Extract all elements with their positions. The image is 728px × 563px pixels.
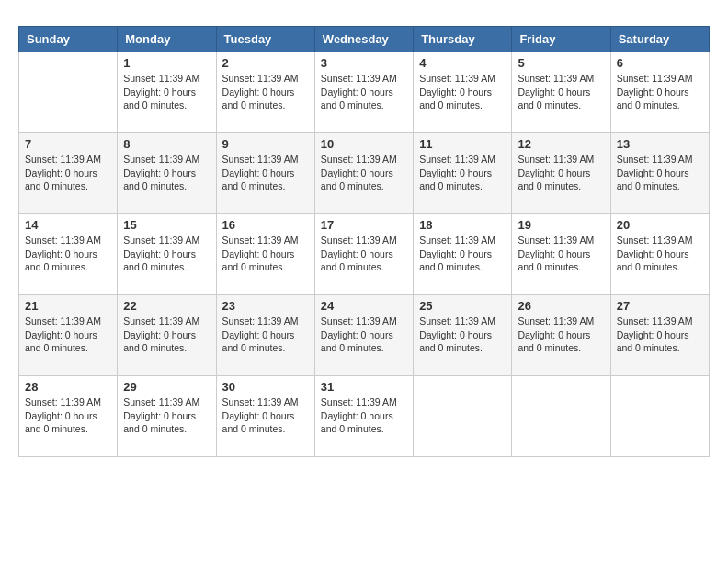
day-number: 30 — [222, 380, 309, 394]
day-info: Sunset: 11:39 AMDaylight: 0 hoursand 0 m… — [419, 234, 506, 274]
day-info: Sunset: 11:39 AMDaylight: 0 hoursand 0 m… — [518, 153, 604, 193]
day-info: Sunset: 11:39 AMDaylight: 0 hoursand 0 m… — [222, 234, 309, 274]
col-saturday: Saturday — [610, 27, 709, 52]
day-number: 6 — [617, 56, 703, 70]
calendar-cell: 31Sunset: 11:39 AMDaylight: 0 hoursand 0… — [314, 376, 413, 457]
day-number: 15 — [123, 218, 210, 232]
day-number: 8 — [123, 137, 210, 151]
day-number: 19 — [518, 218, 604, 232]
day-info: Sunset: 11:39 AMDaylight: 0 hoursand 0 m… — [617, 72, 703, 112]
day-info: Sunset: 11:39 AMDaylight: 0 hoursand 0 m… — [25, 153, 111, 193]
calendar-cell: 18Sunset: 11:39 AMDaylight: 0 hoursand 0… — [414, 214, 512, 295]
calendar-cell: 16Sunset: 11:39 AMDaylight: 0 hoursand 0… — [216, 214, 314, 295]
calendar-cell: 21Sunset: 11:39 AMDaylight: 0 hoursand 0… — [19, 295, 118, 376]
calendar-cell — [512, 376, 610, 457]
calendar-cell: 4Sunset: 11:39 AMDaylight: 0 hoursand 0 … — [414, 52, 512, 133]
day-info: Sunset: 11:39 AMDaylight: 0 hoursand 0 m… — [321, 234, 407, 274]
calendar-week-1: 7Sunset: 11:39 AMDaylight: 0 hoursand 0 … — [19, 133, 710, 214]
day-info: Sunset: 11:39 AMDaylight: 0 hoursand 0 m… — [123, 396, 210, 436]
day-info: Sunset: 11:39 AMDaylight: 0 hoursand 0 m… — [123, 153, 210, 193]
calendar-header-row: Sunday Monday Tuesday Wednesday Thursday… — [19, 27, 710, 52]
calendar-week-4: 28Sunset: 11:39 AMDaylight: 0 hoursand 0… — [19, 376, 710, 457]
calendar-cell: 23Sunset: 11:39 AMDaylight: 0 hoursand 0… — [216, 295, 314, 376]
calendar-cell: 7Sunset: 11:39 AMDaylight: 0 hoursand 0 … — [19, 133, 118, 214]
day-info: Sunset: 11:39 AMDaylight: 0 hoursand 0 m… — [123, 315, 210, 355]
day-number: 28 — [25, 380, 111, 394]
col-wednesday: Wednesday — [314, 27, 413, 52]
day-info: Sunset: 11:39 AMDaylight: 0 hoursand 0 m… — [25, 315, 111, 355]
calendar-cell: 22Sunset: 11:39 AMDaylight: 0 hoursand 0… — [118, 295, 216, 376]
calendar-week-2: 14Sunset: 11:39 AMDaylight: 0 hoursand 0… — [19, 214, 710, 295]
day-info: Sunset: 11:39 AMDaylight: 0 hoursand 0 m… — [321, 153, 407, 193]
day-number: 24 — [321, 299, 407, 313]
calendar-week-3: 21Sunset: 11:39 AMDaylight: 0 hoursand 0… — [19, 295, 710, 376]
day-info: Sunset: 11:39 AMDaylight: 0 hoursand 0 m… — [518, 72, 604, 112]
day-number: 13 — [617, 137, 703, 151]
calendar-cell: 20Sunset: 11:39 AMDaylight: 0 hoursand 0… — [610, 214, 709, 295]
day-info: Sunset: 11:39 AMDaylight: 0 hoursand 0 m… — [222, 315, 309, 355]
calendar: Sunday Monday Tuesday Wednesday Thursday… — [18, 26, 710, 457]
calendar-cell — [610, 376, 709, 457]
calendar-cell: 26Sunset: 11:39 AMDaylight: 0 hoursand 0… — [512, 295, 610, 376]
calendar-cell: 24Sunset: 11:39 AMDaylight: 0 hoursand 0… — [314, 295, 413, 376]
calendar-cell: 3Sunset: 11:39 AMDaylight: 0 hoursand 0 … — [314, 52, 413, 133]
day-info: Sunset: 11:39 AMDaylight: 0 hoursand 0 m… — [518, 234, 604, 274]
day-number: 1 — [123, 56, 210, 70]
col-monday: Monday — [118, 27, 216, 52]
calendar-cell: 25Sunset: 11:39 AMDaylight: 0 hoursand 0… — [414, 295, 512, 376]
calendar-cell: 10Sunset: 11:39 AMDaylight: 0 hoursand 0… — [314, 133, 413, 214]
day-info: Sunset: 11:39 AMDaylight: 0 hoursand 0 m… — [321, 315, 407, 355]
day-info: Sunset: 11:39 AMDaylight: 0 hoursand 0 m… — [518, 315, 604, 355]
day-number: 3 — [321, 56, 407, 70]
day-info: Sunset: 11:39 AMDaylight: 0 hoursand 0 m… — [222, 72, 309, 112]
day-number: 23 — [222, 299, 309, 313]
col-sunday: Sunday — [19, 27, 118, 52]
calendar-cell: 9Sunset: 11:39 AMDaylight: 0 hoursand 0 … — [216, 133, 314, 214]
col-tuesday: Tuesday — [216, 27, 314, 52]
day-info: Sunset: 11:39 AMDaylight: 0 hoursand 0 m… — [123, 234, 210, 274]
day-info: Sunset: 11:39 AMDaylight: 0 hoursand 0 m… — [321, 396, 407, 436]
calendar-cell: 28Sunset: 11:39 AMDaylight: 0 hoursand 0… — [19, 376, 118, 457]
col-friday: Friday — [512, 27, 610, 52]
calendar-cell: 17Sunset: 11:39 AMDaylight: 0 hoursand 0… — [314, 214, 413, 295]
calendar-week-0: 1Sunset: 11:39 AMDaylight: 0 hoursand 0 … — [19, 52, 710, 133]
day-number: 2 — [222, 56, 309, 70]
day-number: 18 — [419, 218, 506, 232]
calendar-cell: 2Sunset: 11:39 AMDaylight: 0 hoursand 0 … — [216, 52, 314, 133]
day-info: Sunset: 11:39 AMDaylight: 0 hoursand 0 m… — [617, 315, 703, 355]
calendar-cell: 1Sunset: 11:39 AMDaylight: 0 hoursand 0 … — [118, 52, 216, 133]
calendar-cell: 29Sunset: 11:39 AMDaylight: 0 hoursand 0… — [118, 376, 216, 457]
page: General Blue Sunday Monday Tuesday Wedne… — [0, 0, 728, 563]
col-thursday: Thursday — [414, 27, 512, 52]
header: General Blue — [18, 15, 710, 17]
calendar-cell: 12Sunset: 11:39 AMDaylight: 0 hoursand 0… — [512, 133, 610, 214]
day-number: 21 — [25, 299, 111, 313]
day-number: 12 — [518, 137, 604, 151]
day-info: Sunset: 11:39 AMDaylight: 0 hoursand 0 m… — [419, 72, 506, 112]
day-number: 29 — [123, 380, 210, 394]
calendar-cell: 27Sunset: 11:39 AMDaylight: 0 hoursand 0… — [610, 295, 709, 376]
day-number: 4 — [419, 56, 506, 70]
day-info: Sunset: 11:39 AMDaylight: 0 hoursand 0 m… — [123, 72, 210, 112]
day-number: 7 — [25, 137, 111, 151]
day-info: Sunset: 11:39 AMDaylight: 0 hoursand 0 m… — [25, 234, 111, 274]
calendar-cell: 8Sunset: 11:39 AMDaylight: 0 hoursand 0 … — [118, 133, 216, 214]
calendar-cell: 6Sunset: 11:39 AMDaylight: 0 hoursand 0 … — [610, 52, 709, 133]
calendar-cell: 30Sunset: 11:39 AMDaylight: 0 hoursand 0… — [216, 376, 314, 457]
day-info: Sunset: 11:39 AMDaylight: 0 hoursand 0 m… — [25, 396, 111, 436]
day-info: Sunset: 11:39 AMDaylight: 0 hoursand 0 m… — [419, 315, 506, 355]
calendar-cell: 5Sunset: 11:39 AMDaylight: 0 hoursand 0 … — [512, 52, 610, 133]
calendar-cell: 19Sunset: 11:39 AMDaylight: 0 hoursand 0… — [512, 214, 610, 295]
day-number: 25 — [419, 299, 506, 313]
calendar-cell: 14Sunset: 11:39 AMDaylight: 0 hoursand 0… — [19, 214, 118, 295]
day-info: Sunset: 11:39 AMDaylight: 0 hoursand 0 m… — [222, 396, 309, 436]
calendar-cell: 15Sunset: 11:39 AMDaylight: 0 hoursand 0… — [118, 214, 216, 295]
day-number: 26 — [518, 299, 604, 313]
day-number: 9 — [222, 137, 309, 151]
day-number: 27 — [617, 299, 703, 313]
calendar-cell: 11Sunset: 11:39 AMDaylight: 0 hoursand 0… — [414, 133, 512, 214]
day-info: Sunset: 11:39 AMDaylight: 0 hoursand 0 m… — [617, 234, 703, 274]
day-number: 17 — [321, 218, 407, 232]
day-info: Sunset: 11:39 AMDaylight: 0 hoursand 0 m… — [617, 153, 703, 193]
day-number: 22 — [123, 299, 210, 313]
